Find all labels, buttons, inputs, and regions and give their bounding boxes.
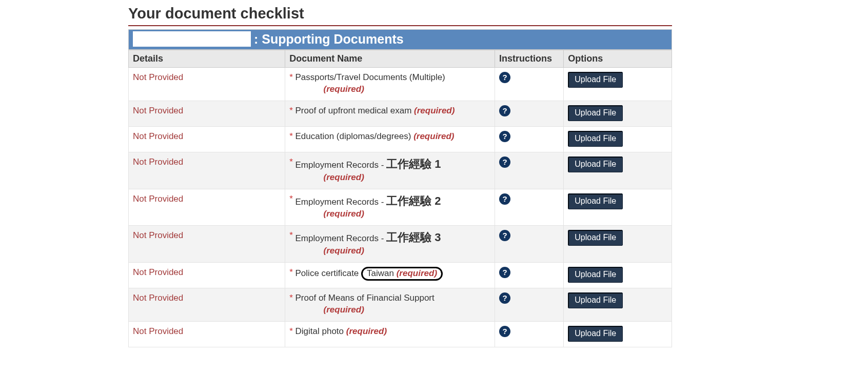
required-label: (required) [324,209,364,219]
col-header-details: Details [129,50,285,68]
page-title: Your document checklist [128,5,672,26]
document-name: Employment Records - [295,197,384,207]
section-title-suffix: : Supporting Documents [254,32,404,47]
circled-annotation: Taiwan (required) [361,267,443,281]
table-row: Not Provided* Employment Records - 工作經驗 … [129,226,672,263]
required-label: (required) [324,305,364,315]
document-suffix: Taiwan [367,268,394,278]
document-suffix: 工作經驗 3 [386,231,441,244]
upload-file-button[interactable]: Upload File [568,292,623,308]
help-icon[interactable]: ? [499,292,510,304]
table-row: Not Provided* Proof of upfront medical e… [129,101,672,126]
required-asterisk: * [289,230,293,242]
required-label: (required) [346,326,387,336]
section-header: : Supporting Documents [128,29,672,50]
document-name: Proof of Means of Financial Support [295,293,435,303]
upload-file-button[interactable]: Upload File [568,105,623,121]
col-header-instructions: Instructions [495,50,564,68]
table-row: Not Provided* Police certificate Taiwan … [129,262,672,288]
help-icon[interactable]: ? [499,72,510,83]
col-header-document-name: Document Name [285,50,495,68]
document-suffix: 工作經驗 1 [386,158,441,170]
applicant-name-redacted [133,31,251,47]
required-asterisk: * [289,193,293,205]
help-icon[interactable]: ? [499,230,510,241]
status-text: Not Provided [133,194,183,204]
document-name: Digital photo [295,326,344,336]
required-asterisk: * [289,292,293,304]
upload-file-button[interactable]: Upload File [568,267,623,283]
required-asterisk: * [289,267,293,279]
document-name: Employment Records - [295,160,384,170]
table-row: Not Provided* Passports/Travel Documents… [129,68,672,101]
table-row: Not Provided* Education (diplomas/degree… [129,126,672,152]
help-icon[interactable]: ? [499,326,510,337]
upload-file-button[interactable]: Upload File [568,193,623,209]
required-label: (required) [413,131,454,141]
document-suffix: 工作經驗 2 [386,194,441,207]
document-name: Education (diplomas/degrees) [295,131,411,141]
required-asterisk: * [289,131,293,143]
upload-file-button[interactable]: Upload File [568,72,623,88]
status-text: Not Provided [133,106,183,115]
help-icon[interactable]: ? [499,131,510,142]
table-row: Not Provided* Employment Records - 工作經驗 … [129,189,672,226]
document-name: Proof of upfront medical exam [295,106,412,115]
status-text: Not Provided [133,267,183,277]
document-checklist-table: Details Document Name Instructions Optio… [128,50,672,347]
table-row: Not Provided* Digital photo (required)?U… [129,321,672,347]
help-icon[interactable]: ? [499,105,510,116]
required-label: (required) [397,268,437,278]
upload-file-button[interactable]: Upload File [568,156,623,172]
help-icon[interactable]: ? [499,193,510,205]
required-label: (required) [414,106,455,115]
required-label: (required) [324,246,364,256]
status-text: Not Provided [133,293,183,303]
required-asterisk: * [289,72,293,84]
document-name: Police certificate [295,268,359,278]
upload-file-button[interactable]: Upload File [568,131,623,147]
table-row: Not Provided* Proof of Means of Financia… [129,288,672,321]
required-label: (required) [324,84,364,94]
status-text: Not Provided [133,131,183,141]
status-text: Not Provided [133,72,183,82]
upload-file-button[interactable]: Upload File [568,326,623,342]
col-header-options: Options [564,50,672,68]
document-name: Employment Records - [295,233,384,243]
help-icon[interactable]: ? [499,267,510,278]
document-name: Passports/Travel Documents (Multiple) [295,72,445,82]
required-asterisk: * [289,326,293,338]
table-row: Not Provided* Employment Records - 工作經驗 … [129,152,672,189]
help-icon[interactable]: ? [499,156,510,168]
required-asterisk: * [289,156,293,168]
status-text: Not Provided [133,230,183,240]
status-text: Not Provided [133,157,183,167]
status-text: Not Provided [133,326,183,336]
required-asterisk: * [289,105,293,117]
upload-file-button[interactable]: Upload File [568,230,623,246]
required-label: (required) [324,172,364,182]
